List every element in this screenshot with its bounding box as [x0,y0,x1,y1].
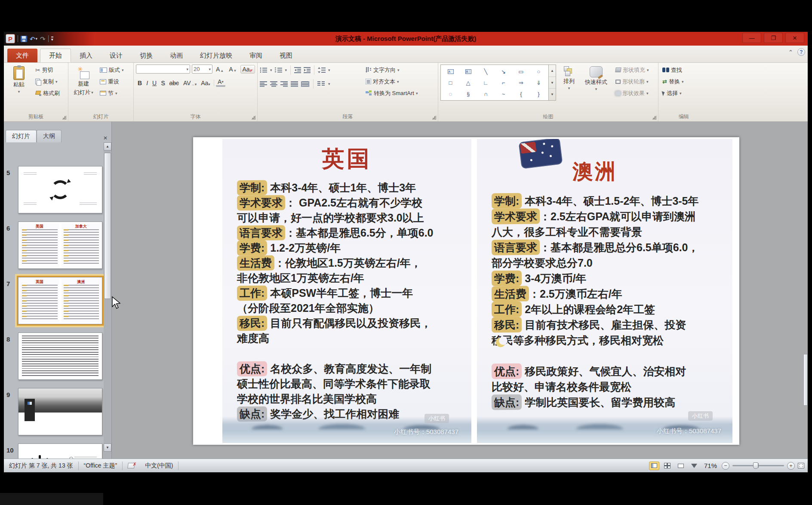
shape-right-arrow-icon[interactable]: ⇒ [512,77,530,88]
shape-effects-button[interactable]: 形状效果▾ [614,88,651,99]
strikethrough-button[interactable]: abc [167,79,181,87]
layout-button[interactable]: 版式▾ [98,65,126,75]
spell-check-status[interactable]: ✗ [123,459,140,472]
italic-button[interactable]: I [145,79,150,87]
replace-button[interactable]: ⇄替换▾ [661,76,685,87]
language-status[interactable]: 中文(中国) [140,459,178,472]
dialog-launcher-icon[interactable] [432,116,436,120]
tab-slides[interactable]: 幻灯片 [6,130,37,142]
dialog-launcher-icon[interactable] [652,116,656,120]
maximize-button[interactable]: ❐ [764,33,783,43]
shrink-font-button[interactable]: A▼ [227,65,238,73]
scroll-up-icon[interactable]: ▲ [104,142,111,151]
section-button[interactable]: 节▾ [98,88,126,99]
align-text-button[interactable]: 对齐文本▾ [364,76,419,87]
customize-qat-button[interactable]: ▾ [51,37,53,41]
line-spacing-button[interactable] [318,67,326,73]
theme-name[interactable]: “Office 主题” [79,459,123,472]
gallery-more-icon[interactable]: ▼ [549,89,556,100]
select-button[interactable]: 选择▾ [661,88,685,99]
canvas-scrollbar-thumb[interactable] [803,354,808,406]
shape-elbow-icon[interactable]: ∟ [477,77,495,88]
slideshow-button[interactable] [689,462,699,470]
justify-button[interactable] [291,81,298,87]
uk-image-panel[interactable]: 英国 学制: 本科3-4年、硕士1年、博士3年 学术要求： GPA2.5左右就有… [222,139,471,443]
slide-sorter-button[interactable] [662,462,673,470]
ribbon-tab[interactable]: 动画 [161,49,191,62]
slide-thumbnail-7-selected[interactable]: 英国 澳洲 [18,277,102,324]
align-center-button[interactable] [270,81,277,87]
convert-smartart-button[interactable]: 转换为 SmartArt▾ [364,88,419,99]
paste-button[interactable]: 粘贴 ▾ [6,65,32,113]
bold-button[interactable]: B [136,79,144,87]
gallery-scroll-up-icon[interactable]: ▲ [549,65,556,77]
text-shadow-button[interactable]: S [159,79,166,87]
shape-arrow-icon[interactable]: ↘ [495,66,512,77]
shape-oval-icon[interactable]: ○ [530,66,547,77]
font-name-combo[interactable]: ▾ [136,65,190,74]
slide-thumbnail-9[interactable] [18,388,102,435]
ribbon-tab[interactable]: 插入 [71,49,101,62]
cut-button[interactable]: ✂剪切 [34,65,62,75]
text-direction-button[interactable]: 文字方向▾ [364,65,419,75]
quick-styles-button[interactable]: 快速样式 ▾ [582,65,610,113]
columns-button[interactable] [317,81,325,87]
shape-curve-icon[interactable]: ~ [495,88,512,99]
shape-fill-button[interactable]: 形状填充▾ [614,65,651,75]
reset-button[interactable]: 重设 [98,76,126,87]
shape-rectangle-icon[interactable]: ▭ [512,66,530,77]
ribbon-tab[interactable]: 开始 [40,49,71,62]
tab-outline[interactable]: 大纲 [37,130,62,142]
character-spacing-button[interactable]: AV↔▾ [181,79,198,87]
zoom-slider-thumb[interactable] [753,462,758,469]
minimize-ribbon-icon[interactable]: ⌃ [788,49,793,55]
help-icon[interactable]: ? [797,48,805,56]
sidebar-scrollbar[interactable]: ▲ ▼ [104,142,111,459]
scrollbar-thumb[interactable] [104,153,111,299]
numbering-button[interactable] [275,67,283,73]
undo-button[interactable]: ↶▾ [30,36,37,42]
powerpoint-app-icon[interactable]: P [6,34,15,43]
align-left-button[interactable] [260,81,267,87]
ribbon-tab[interactable]: 视图 [271,49,301,62]
shapes-gallery[interactable]: A A ╲ ↘ ▭ ○ □ △ ∟ ⌐ ⇒ ⇓ ◌ § ∩ ~ { [440,65,549,101]
ribbon-tab[interactable]: 切换 [131,49,161,62]
format-painter-button[interactable]: 格式刷 [34,88,62,99]
zoom-in-button[interactable]: + [787,462,795,470]
distribute-button[interactable] [301,81,309,87]
shape-right-brace-icon[interactable]: } [530,88,547,99]
arrange-button[interactable]: 排列 ▾ [558,65,580,113]
shape-freeform-icon[interactable]: ◌ [442,88,459,99]
change-case-button[interactable]: Aa▾ [199,79,212,87]
find-button[interactable]: 查找 [661,65,685,75]
close-button[interactable]: ✕ [785,33,804,43]
shape-down-arrow-icon[interactable]: ⇓ [530,77,547,88]
shape-triangle-icon[interactable]: △ [459,77,477,88]
fit-to-window-icon[interactable] [798,463,804,468]
shape-elbow-arrow-icon[interactable]: ⌐ [495,77,512,88]
ribbon-tab[interactable]: 设计 [101,49,131,62]
shape-left-brace-icon[interactable]: { [512,88,530,99]
slide-thumbnail-6[interactable]: 美国 加拿大 [18,222,102,269]
normal-view-button[interactable] [649,462,659,470]
underline-button[interactable]: U [151,79,158,87]
panel-close-icon[interactable]: ✕ [101,134,110,142]
slide-thumbnail-5[interactable] [18,166,102,213]
reading-view-button[interactable] [676,462,686,470]
shape-arc-icon[interactable]: ∩ [477,88,495,99]
clear-formatting-button[interactable]: Aa◤ [240,65,255,74]
font-size-combo[interactable]: 20▾ [192,65,212,74]
zoom-slider[interactable] [732,465,784,466]
dialog-launcher-icon[interactable] [252,116,255,120]
new-slide-button[interactable]: 新建 幻灯片▾ [71,65,96,113]
minimize-button[interactable]: — [742,33,761,43]
decrease-indent-button[interactable] [294,67,301,73]
ribbon-tab[interactable]: 文件 [7,49,37,62]
au-image-panel[interactable]: 澳洲 学制: 本科3-4年、硕士1.5-2年、博士3-5年 学术要求：2.5左右… [477,139,732,443]
slide-thumbnail-8[interactable] [18,333,102,380]
font-color-button[interactable]: A▾ [216,79,225,87]
copy-button[interactable]: 复制▾ [34,76,62,87]
bullets-button[interactable] [260,67,268,73]
shape-line-icon[interactable]: ╲ [477,66,495,77]
increase-indent-button[interactable] [304,67,311,73]
